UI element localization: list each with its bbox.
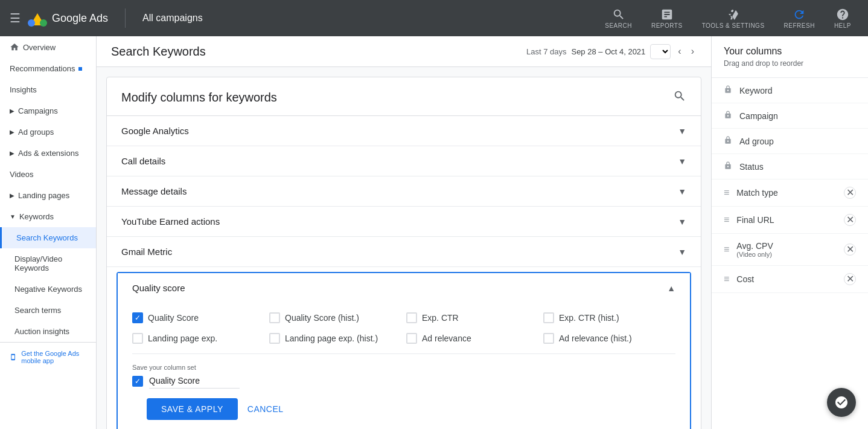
sidebar-item-ad-groups[interactable]: ▶ Ad groups — [0, 121, 96, 143]
date-range-dropdown[interactable] — [650, 44, 671, 59]
column-item-avg-cpv[interactable]: ≡ Avg. CPV (Video only) ✕ — [712, 234, 868, 266]
nav-divider — [125, 8, 126, 28]
date-nav-next-button[interactable]: › — [689, 44, 697, 59]
sidebar-item-ads-extensions[interactable]: ▶ Ads & extensions — [0, 143, 96, 164]
hamburger-menu[interactable]: ☰ — [10, 11, 21, 25]
cost-drag-handle-icon: ≡ — [724, 274, 729, 285]
date-nav-prev-button[interactable]: ‹ — [675, 44, 683, 59]
mobile-icon — [10, 352, 16, 362]
sidebar-item-search-terms-label: Search terms — [14, 306, 61, 315]
modal-header: Modify columns for keywords — [107, 77, 701, 116]
column-item-ad-group-label: Ad group — [739, 137, 774, 146]
save-column-set-label: Save your column set — [132, 364, 675, 371]
campaign-lock-icon — [724, 111, 732, 121]
sidebar-item-campaigns[interactable]: ▶ Campaigns — [0, 100, 96, 121]
sidebar-item-display-video[interactable]: Display/Video Keywords — [0, 248, 96, 279]
exp-ctr-hist-checkbox-label: Exp. CTR (hist.) — [559, 313, 619, 323]
landing-page-exp-checkbox-input[interactable] — [132, 333, 143, 344]
refresh-tool[interactable]: REFRESH — [777, 4, 822, 33]
right-panel-subtitle: Drag and drop to reorder — [724, 59, 856, 68]
right-panel-title: Your columns — [724, 46, 856, 57]
main-layout: Overview Recommendations Insights ▶ Camp… — [0, 36, 868, 429]
right-panel-header: Your columns Drag and drop to reorder — [712, 36, 868, 78]
status-lock-icon — [724, 161, 732, 172]
quality-score-hist-checkbox-label: Quality Score (hist.) — [285, 313, 359, 323]
tools-settings-tool-label: TOOLS & SETTINGS — [702, 22, 765, 29]
sidebar-item-auction-insights[interactable]: Auction insights — [0, 321, 96, 342]
exp-ctr-checkbox-label: Exp. CTR — [422, 313, 459, 323]
checkbox-ad-relevance-hist[interactable]: Ad relevance (hist.) — [543, 333, 675, 344]
avg-cpv-remove-button[interactable]: ✕ — [844, 244, 856, 256]
mobile-app-footer[interactable]: Get the Google Ads mobile app — [0, 342, 96, 372]
sidebar-item-videos-label: Videos — [10, 170, 34, 179]
gmail-metric-label: Gmail Metric — [121, 247, 172, 257]
quality-score-hist-checkbox-input[interactable] — [269, 312, 280, 323]
youtube-earned-header[interactable]: YouTube Earned actions ▼ — [107, 207, 701, 236]
column-item-match-type[interactable]: ≡ Match type ✕ — [712, 179, 868, 207]
avg-cpv-drag-handle-icon: ≡ — [724, 244, 729, 255]
google-analytics-header[interactable]: Google Analytics ▼ — [107, 116, 701, 146]
reports-tool[interactable]: REPORTS — [644, 4, 690, 33]
sidebar-item-keywords[interactable]: ▼ Keywords — [0, 206, 96, 227]
sidebar-item-insights[interactable]: Insights — [0, 79, 96, 100]
checkbox-quality-score[interactable]: Quality Score — [132, 312, 264, 323]
sidebar-item-campaigns-label: Campaigns — [18, 106, 58, 115]
svg-point-1 — [40, 19, 47, 27]
column-item-final-url[interactable]: ≡ Final URL ✕ — [712, 207, 868, 234]
sidebar-item-search-terms[interactable]: Search terms — [0, 300, 96, 321]
tools-settings-tool[interactable]: TOOLS & SETTINGS — [695, 4, 772, 33]
save-column-set: Save your column set — [132, 353, 675, 389]
cancel-button[interactable]: CANCEL — [247, 404, 284, 414]
keywords-arrow-icon: ▼ — [10, 213, 16, 220]
search-tool[interactable]: SEARCH — [598, 4, 639, 33]
quality-score-checkbox-input[interactable] — [132, 312, 143, 323]
ad-relevance-checkbox-input[interactable] — [406, 333, 417, 344]
column-item-cost[interactable]: ≡ Cost ✕ — [712, 266, 868, 293]
save-column-set-checkbox[interactable] — [132, 376, 143, 387]
checkbox-ad-relevance[interactable]: Ad relevance — [406, 333, 538, 344]
search-tool-label: SEARCH — [605, 22, 632, 29]
sidebar-item-landing-pages[interactable]: ▶ Landing pages — [0, 185, 96, 206]
ad-relevance-hist-checkbox-input[interactable] — [543, 333, 554, 344]
match-type-remove-button[interactable]: ✕ — [844, 187, 856, 199]
sidebar-item-negative-keywords[interactable]: Negative Keywords — [0, 279, 96, 300]
sidebar-item-landing-pages-label: Landing pages — [18, 191, 69, 200]
date-range-label: Last 7 days — [526, 47, 567, 56]
gmail-metric-header[interactable]: Gmail Metric ▼ — [107, 237, 701, 266]
sidebar-item-insights-label: Insights — [10, 85, 37, 94]
home-icon — [10, 42, 19, 52]
modify-columns-modal: Modify columns for keywords Google Analy… — [106, 77, 701, 429]
gmail-metric-section: Gmail Metric ▼ — [107, 237, 701, 267]
cost-remove-button[interactable]: ✕ — [844, 273, 856, 285]
sidebar-item-search-keywords[interactable]: Search Keywords — [0, 227, 96, 248]
quality-score-checkbox-label: Quality Score — [148, 313, 199, 323]
final-url-remove-button[interactable]: ✕ — [844, 214, 856, 226]
checkbox-exp-ctr-hist[interactable]: Exp. CTR (hist.) — [543, 312, 675, 323]
column-item-final-url-label: Final URL — [736, 215, 774, 225]
checkbox-quality-score-hist[interactable]: Quality Score (hist.) — [269, 312, 401, 323]
modal-search-button[interactable] — [673, 89, 686, 106]
checkbox-landing-page-exp-hist[interactable]: Landing page exp. (hist.) — [269, 333, 401, 344]
call-details-header[interactable]: Call details ▼ — [107, 146, 701, 176]
sidebar-item-recommendations[interactable]: Recommendations — [0, 58, 96, 79]
sidebar-item-videos[interactable]: Videos — [0, 164, 96, 185]
ads-extensions-arrow-icon: ▶ — [10, 150, 14, 156]
message-details-chevron-icon: ▼ — [678, 187, 686, 196]
call-details-label: Call details — [121, 156, 165, 166]
message-details-header[interactable]: Message details ▼ — [107, 176, 701, 206]
avg-cpv-label: Avg. CPV — [736, 241, 773, 251]
checkbox-landing-page-exp[interactable]: Landing page exp. — [132, 333, 264, 344]
match-type-drag-handle-icon: ≡ — [724, 187, 729, 198]
sidebar-item-overview[interactable]: Overview — [0, 36, 96, 58]
fab-button[interactable] — [827, 388, 856, 417]
exp-ctr-hist-checkbox-input[interactable] — [543, 312, 554, 323]
landing-page-exp-hist-checkbox-input[interactable] — [269, 333, 280, 344]
checkbox-exp-ctr[interactable]: Exp. CTR — [406, 312, 538, 323]
sidebar-item-auction-insights-label: Auction insights — [14, 327, 69, 336]
save-column-set-input[interactable] — [149, 373, 240, 389]
exp-ctr-checkbox-input[interactable] — [406, 312, 417, 323]
reports-tool-label: REPORTS — [651, 22, 683, 29]
save-apply-button[interactable]: SAVE & APPLY — [147, 398, 238, 420]
quality-score-header[interactable]: Quality score ▲ — [118, 273, 690, 303]
help-tool[interactable]: HELP — [827, 4, 858, 33]
